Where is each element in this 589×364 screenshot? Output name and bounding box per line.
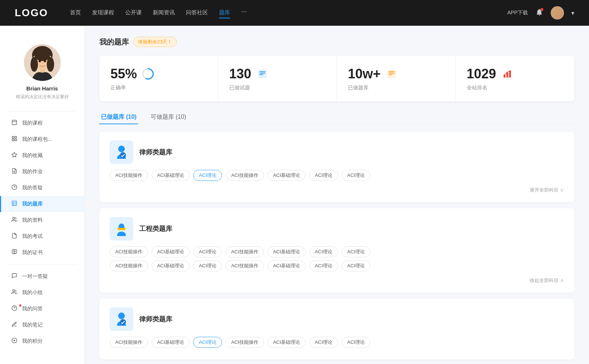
tags-row-1: ACI技能操作 ACI基础理论 ACI理论 ACI技能操作 ACI基础理论 AC…: [110, 170, 564, 181]
avatar[interactable]: [551, 6, 564, 19]
qbank-title-1: 律师类题库: [139, 148, 172, 157]
nav-more[interactable]: ···: [241, 8, 247, 18]
page-header: 我的题库 体验剩余23天！: [99, 37, 574, 47]
svg-point-54: [120, 319, 126, 325]
tags-row-2b: ACI技能操作 ACI基础理论 ACI理论 ACI技能操作 ACI基础理论 AC…: [110, 260, 564, 271]
svg-point-29: [13, 290, 14, 292]
tag[interactable]: ACI技能操作: [226, 170, 264, 181]
sidebar-label: 我的课程: [22, 120, 43, 126]
stat-questions: 130 已做试题: [218, 56, 337, 101]
notification-bell-button[interactable]: [535, 8, 543, 18]
svg-rect-46: [506, 72, 508, 78]
tag[interactable]: ACI基础理论: [268, 260, 306, 271]
sidebar-item-course[interactable]: 我的课程: [0, 115, 84, 131]
qbank-card-lawyer-1: 律师类题库 ACI技能操作 ACI基础理论 ACI理论 ACI技能操作 ACI基…: [99, 132, 574, 202]
nav-qbank[interactable]: 题库: [219, 8, 230, 18]
sidebar-item-exam[interactable]: 我的考试: [0, 228, 84, 245]
sidebar-label: 我的考试: [22, 233, 43, 240]
svg-rect-51: [117, 228, 126, 229]
sidebar-item-questions[interactable]: 我的问答: [0, 301, 84, 317]
notification-dot: [540, 8, 543, 11]
tag[interactable]: ACI技能操作: [110, 246, 148, 257]
questions-icon: [11, 305, 18, 313]
homework-icon: [11, 168, 18, 175]
engineer-icon: [110, 217, 133, 240]
tag[interactable]: ACI理论: [309, 260, 338, 271]
svg-marker-17: [12, 152, 17, 157]
tag[interactable]: ACI理论: [193, 246, 222, 257]
collapse-link[interactable]: 收起全部科目 ∧: [110, 274, 564, 284]
avatar-chevron-icon[interactable]: ▾: [571, 10, 574, 17]
stat-value-questions: 130: [229, 66, 251, 82]
sidebar-item-points[interactable]: 我的积分: [0, 333, 84, 349]
tags-row-3: ACI技能操作 ACI基础理论 ACI理论 ACI技能操作 ACI基础理论 AC…: [110, 337, 564, 348]
tag[interactable]: ACI基础理论: [152, 337, 190, 348]
tag[interactable]: ACI技能操作: [226, 246, 264, 257]
expand-link-1[interactable]: 展开全部科目 ∨: [110, 184, 564, 193]
profile-motto: 错误的决定比没有决定要好: [7, 94, 77, 100]
qbank-card-lawyer-2: 律师类题库 ACI技能操作 ACI基础理论 ACI理论 ACI技能操作 ACI基…: [99, 299, 574, 360]
tutoring-icon: [11, 273, 18, 280]
tag[interactable]: ACI基础理论: [152, 246, 190, 257]
sidebar-item-notes[interactable]: 我的笔记: [0, 317, 84, 333]
tag[interactable]: ACI理论: [342, 246, 370, 257]
tag[interactable]: ACI技能操作: [110, 337, 148, 348]
nav-discover[interactable]: 发现课程: [92, 8, 114, 18]
tag[interactable]: ACI基础理论: [268, 337, 306, 348]
sidebar-label: 我的收藏: [22, 152, 43, 159]
app-download-link[interactable]: APP下载: [507, 10, 528, 16]
sidebar-label: 我的答疑: [22, 185, 43, 191]
sidebar-label: 我的证书: [22, 249, 43, 256]
svg-rect-42: [389, 71, 395, 72]
sidebar-item-group[interactable]: 我的小组: [0, 285, 84, 301]
sidebar-item-homework[interactable]: 我的作业: [0, 164, 84, 180]
svg-rect-40: [260, 74, 263, 75]
profile-name: Brian Harris: [7, 85, 77, 92]
sidebar-item-tutoring[interactable]: 一对一答疑: [0, 268, 84, 285]
sidebar-item-package[interactable]: 我的课程包...: [0, 131, 84, 147]
tag[interactable]: ACI理论: [342, 170, 370, 181]
tag[interactable]: ACI理论: [309, 246, 338, 257]
sidebar-item-favorites[interactable]: 我的收藏: [0, 147, 84, 164]
sidebar-label: 我的问答: [22, 306, 43, 312]
sidebar-item-profile[interactable]: 我的资料: [0, 212, 84, 228]
nav-home[interactable]: 首页: [70, 8, 81, 18]
profile-avatar[interactable]: [24, 44, 61, 81]
tag[interactable]: ACI技能操作: [110, 260, 148, 271]
svg-rect-41: [387, 69, 396, 78]
tag[interactable]: ACI技能操作: [226, 260, 264, 271]
sidebar-item-qa[interactable]: 我的答疑: [0, 180, 84, 196]
tag[interactable]: ACI理论: [309, 170, 338, 181]
tag[interactable]: ACI基础理论: [268, 170, 306, 181]
logo: LOGO: [15, 7, 48, 19]
cert-icon: [11, 249, 18, 256]
tag[interactable]: ACI基础理论: [152, 260, 190, 271]
nav-qa[interactable]: 问答社区: [186, 8, 208, 18]
tag[interactable]: ACI基础理论: [152, 170, 190, 181]
main-container: Brian Harris 错误的决定比没有决定要好 我的课程 我的课程包...: [0, 0, 589, 364]
exam-icon: [11, 233, 18, 240]
navbar: LOGO 首页 发现课程 公开课 新闻资讯 问答社区 题库 ··· APP下载 …: [0, 0, 589, 26]
tag[interactable]: ACI理论: [193, 260, 222, 271]
tag[interactable]: ACI理论: [342, 260, 370, 271]
svg-point-52: [119, 224, 124, 228]
tag-active[interactable]: ACI理论: [193, 337, 222, 348]
lawyer-icon-2: [110, 307, 133, 331]
svg-point-49: [120, 152, 126, 158]
page-title: 我的题库: [99, 37, 129, 47]
sidebar-item-cert[interactable]: 我的证书: [0, 245, 84, 261]
svg-rect-47: [509, 71, 511, 78]
nav-open-course[interactable]: 公开课: [125, 8, 142, 18]
tag[interactable]: ACI基础理论: [268, 246, 306, 257]
tag[interactable]: ACI理论: [309, 337, 338, 348]
sidebar-item-qbank[interactable]: 我的题库: [0, 196, 84, 212]
avatar-image: [551, 6, 564, 19]
tag-active[interactable]: ACI理论: [193, 170, 222, 181]
tab-available[interactable]: 可做题库 (10): [149, 110, 188, 124]
tag[interactable]: ACI技能操作: [110, 170, 148, 181]
tab-done[interactable]: 已做题库 (10): [99, 110, 138, 124]
nav-news[interactable]: 新闻资讯: [153, 8, 175, 18]
tag[interactable]: ACI技能操作: [226, 337, 264, 348]
svg-point-26: [13, 217, 14, 219]
tag[interactable]: ACI理论: [342, 337, 370, 348]
